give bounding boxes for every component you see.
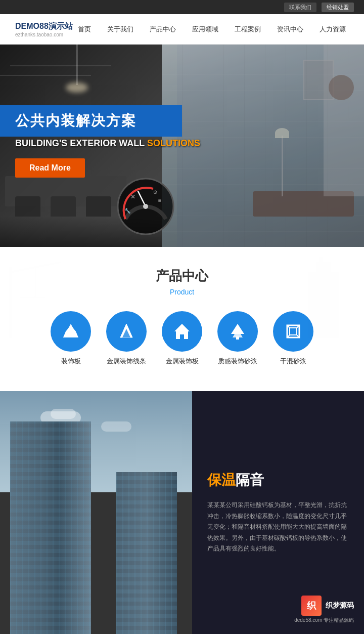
- cloud-3: [101, 421, 131, 432]
- feature-title-orange: 保温: [207, 472, 236, 488]
- logo-title: DEMO88演示站: [15, 21, 73, 32]
- top-bar: 联系我们 经销处盟: [0, 0, 364, 14]
- nav-about[interactable]: 关于我们: [104, 23, 136, 36]
- feature-description: 某某某公司采用硅酸钙板为基材，平整光滑，抗折抗冲击，冷热膨胀收缩系数小，随温度的…: [207, 500, 349, 555]
- feature-section: 保温隔音 某某某公司采用硅酸钙板为基材，平整光滑，抗折抗冲击，冷热膨胀收缩系数小…: [0, 391, 364, 634]
- nav-applications[interactable]: 应用领域: [189, 23, 221, 36]
- main-nav: 首页 关于我们 产品中心 应用领域 工程案例 资讯中心 人力资源: [75, 23, 349, 36]
- dealer-button[interactable]: 经销处盟: [322, 3, 354, 12]
- svg-text:🔧: 🔧: [124, 207, 131, 214]
- svg-rect-22: [180, 334, 184, 339]
- watermark-logo: 织 织梦源码: [301, 596, 354, 616]
- gauge-decoration: ✕ ⊙ ≡ 🔧: [115, 176, 176, 237]
- svg-rect-13: [318, 257, 323, 265]
- product-item-2[interactable]: 金属装饰线条: [106, 311, 147, 366]
- nav-products[interactable]: 产品中心: [147, 23, 179, 36]
- svg-rect-27: [290, 328, 297, 335]
- building-left: [10, 421, 91, 634]
- product-circle-2[interactable]: [106, 311, 147, 352]
- feature-title: 保温隔音: [207, 471, 349, 490]
- watermark-sub-text: dede58.com 专注精品源码: [294, 617, 354, 624]
- watermark: 织 织梦源码 dede58.com 专注精品源码: [294, 596, 354, 624]
- product-label-1: 装饰板: [61, 357, 81, 366]
- product-circle-1[interactable]: [51, 311, 91, 352]
- contact-button[interactable]: 联系我们: [284, 3, 316, 12]
- product-item-3[interactable]: 金属装饰板: [162, 311, 202, 366]
- nav-hr[interactable]: 人力资源: [316, 23, 349, 36]
- cloud-2: [51, 409, 76, 419]
- product-label-4: 质感装饰砂浆: [218, 357, 257, 366]
- hero-title-cn: 公共内装解决方案: [15, 113, 136, 129]
- svg-text:≡: ≡: [158, 198, 161, 203]
- hero-subtitle-en: BUILDING'S EXTERIOR WALL SOLUTIONS: [15, 138, 200, 149]
- watermark-main-text: 织梦源码: [326, 601, 354, 610]
- product-title-en: Product: [0, 288, 364, 296]
- logo: DEMO88演示站 ezthanks.taobao.com: [15, 21, 73, 37]
- nav-home[interactable]: 首页: [75, 23, 94, 36]
- product-item-4[interactable]: 质感装饰砂浆: [217, 311, 258, 366]
- svg-text:⊙: ⊙: [153, 189, 157, 195]
- logo-sub: ezthanks.taobao.com: [15, 32, 73, 37]
- feature-title-white: 隔音: [236, 472, 264, 488]
- read-more-button[interactable]: Read More: [15, 158, 85, 178]
- building-right: [116, 472, 177, 634]
- product-label-5: 干混砂浆: [280, 357, 306, 366]
- product-icons-row: 装饰板 金属装饰线条 金属装饰: [0, 311, 364, 366]
- svg-point-2: [143, 204, 148, 209]
- svg-rect-25: [236, 336, 239, 340]
- hero-overlay: 公共内装解决方案 BUILDING'S EXTERIOR WALL SOLUTI…: [0, 45, 364, 247]
- hero-title-bar: 公共内装解决方案: [0, 105, 182, 137]
- product-label-2: 金属装饰线条: [107, 357, 146, 366]
- hero-subtitle-en-part1: BUILDING'S EXTERIOR WALL: [15, 138, 147, 148]
- hero-subtitle-en-part2: SOLUTIONS: [147, 138, 200, 148]
- svg-marker-20: [174, 324, 190, 331]
- product-label-3: 金属装饰板: [166, 357, 199, 366]
- watermark-icon: 织: [301, 596, 322, 616]
- product-title-cn: 产品中心: [0, 267, 364, 285]
- product-item-5[interactable]: 干混砂浆: [273, 311, 313, 366]
- product-section: 产品中心 Product 装饰板: [0, 247, 364, 391]
- hero-banner: ✕ ⊙ ≡ 🔧 公共内装解决方案 BUILDING'S EXTERIOR WAL…: [0, 45, 364, 247]
- hero-subtitle-row: BUILDING'S EXTERIOR WALL SOLUTIONS: [15, 138, 200, 149]
- svg-marker-19: [124, 324, 128, 328]
- product-circle-4[interactable]: [217, 311, 258, 352]
- nav-news[interactable]: 资讯中心: [274, 23, 306, 36]
- product-circle-5[interactable]: [273, 311, 313, 352]
- nav-cases[interactable]: 工程案例: [232, 23, 264, 36]
- product-circle-3[interactable]: [162, 311, 202, 352]
- product-item-1[interactable]: 装饰板: [51, 311, 91, 366]
- header: DEMO88演示站 ezthanks.taobao.com 首页 关于我们 产品…: [0, 14, 364, 45]
- svg-text:✕: ✕: [130, 193, 135, 200]
